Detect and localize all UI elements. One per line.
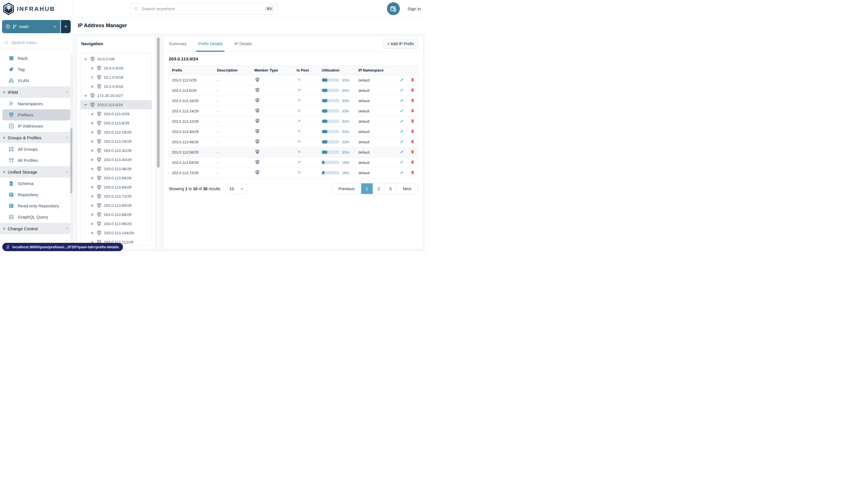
delete-button[interactable] [411, 98, 415, 103]
tree-node-203-0-113-56-29[interactable]: IP203.0.113.56/29 [80, 173, 151, 182]
bullet-circle-icon[interactable] [90, 213, 94, 217]
sidebar-item-tag[interactable]: Tag [2, 64, 70, 75]
bullet-circle-icon[interactable] [90, 121, 94, 125]
sign-in-link[interactable]: Sign in [408, 6, 421, 12]
sidebar-item-read-only-repository[interactable]: Read-only Repository [2, 200, 70, 211]
tree-node-10-2-0-0-16[interactable]: IP10.2.0.0/16 [80, 82, 151, 91]
tree-node-203-0-113-16-29[interactable]: IP203.0.113.16/29 [80, 128, 151, 137]
page-button-3[interactable]: 3 [384, 183, 396, 194]
tree-node-203-0-113-104-29[interactable]: IP203.0.113.104/29 [80, 228, 151, 237]
sidebar-item-all-profiles[interactable]: All Profiles [2, 155, 70, 166]
bullet-circle-icon[interactable] [90, 139, 94, 144]
bullet-circle-icon[interactable] [90, 203, 94, 208]
table-row-203-0-113-56-29[interactable]: 203.0.113.56/29-IP33%default [169, 147, 418, 157]
sidebar-scrollbar-thumb[interactable] [70, 128, 72, 193]
tree-node-203-0-113-8-29[interactable]: IP203.0.113.8/29 [80, 119, 151, 128]
page-size-select[interactable]: 10 [225, 183, 247, 194]
sidebar-item-ip-addresses[interactable]: IPIP Addresses [2, 121, 70, 131]
tree-node-203-0-113-72-29[interactable]: IP203.0.113.72/29 [80, 192, 151, 201]
sidebar-item-graphql-query[interactable]: GraphQL Query [2, 211, 70, 222]
table-row-203-0-113-72-29[interactable]: 203.0.113.72/29-IP16%default [169, 168, 418, 178]
edit-button[interactable] [400, 98, 404, 103]
delete-button[interactable] [411, 88, 415, 93]
tree-node-203-0-113-24-29[interactable]: IP203.0.113.24/29 [80, 137, 151, 146]
tree-node-203-0-113-80-29[interactable]: IP203.0.113.80/29 [80, 201, 151, 210]
table-row-203-0-113-8-29[interactable]: 203.0.113.8/29-IP33%default [169, 85, 418, 95]
tree-node-172-20-20-0-27[interactable]: IP172.20.20.0/27 [80, 91, 151, 100]
global-search[interactable]: ⌘K [130, 3, 277, 14]
tree-node-203-0-113-96-29[interactable]: IP203.0.113.96/29 [80, 219, 151, 228]
tree-node-203-0-113-48-29[interactable]: IP203.0.113.48/29 [80, 164, 151, 173]
tree-node-10-0-0-0-16[interactable]: IP10.0.0.0/16 [80, 64, 151, 73]
table-row-203-0-113-48-29[interactable]: 203.0.113.48/29-IP33%default [169, 137, 418, 147]
bullet-circle-icon[interactable] [90, 66, 94, 70]
add-branch-button[interactable]: + [61, 20, 71, 33]
edit-button[interactable] [400, 170, 404, 175]
bullet-circle-icon[interactable] [90, 112, 94, 116]
bullet-circle-icon[interactable] [90, 185, 94, 190]
tree-node-203-0-113-64-29[interactable]: IP203.0.113.64/29 [80, 182, 151, 192]
bullet-circle-icon[interactable] [90, 167, 94, 171]
delete-button[interactable] [411, 139, 415, 144]
bullet-circle-icon[interactable] [90, 158, 94, 162]
sidebar-item-all-groups[interactable]: All Groups [2, 144, 70, 155]
table-row-203-0-113-0-29[interactable]: 203.0.113.0/29-IP33%default [169, 75, 418, 85]
sidebar-item-vlan[interactable]: VLAN [2, 75, 70, 86]
edit-button[interactable] [400, 139, 404, 144]
page-button-2[interactable]: 2 [373, 183, 384, 194]
edit-button[interactable] [400, 129, 404, 134]
edit-button[interactable] [400, 149, 404, 155]
chevron-down-icon[interactable] [84, 103, 88, 107]
table-row-203-0-113-40-29[interactable]: 203.0.113.40/29-IP33%default [169, 126, 418, 137]
edit-button[interactable] [400, 119, 404, 124]
tab-summary[interactable]: Summary [169, 36, 186, 52]
bullet-circle-icon[interactable] [90, 194, 94, 199]
sidebar-item-repository[interactable]: Repository [2, 189, 70, 200]
bullet-circle-icon[interactable] [90, 148, 94, 153]
table-row-203-0-113-24-29[interactable]: 203.0.113.24/29-IP33%default [169, 106, 418, 116]
time-travel-button[interactable] [387, 2, 400, 15]
logo[interactable]: INFRAHUB [0, 0, 73, 17]
delete-button[interactable] [411, 149, 415, 155]
sidebar-item-rack[interactable]: Rack [2, 53, 70, 64]
tree-node-203-0-113-0-24[interactable]: IP203.0.113.0/24 [80, 100, 151, 109]
tree-node-203-0-113-88-29[interactable]: IP203.0.113.88/29 [80, 210, 151, 219]
page-button-1[interactable]: 1 [361, 183, 373, 194]
bullet-circle-icon[interactable] [90, 130, 94, 134]
delete-button[interactable] [411, 77, 415, 83]
edit-button[interactable] [400, 160, 404, 165]
delete-button[interactable] [411, 129, 415, 134]
global-search-input[interactable] [142, 6, 261, 11]
sidebar-item-prefixes[interactable]: IPPrefixes [2, 109, 70, 121]
add-ip-prefix-button[interactable]: + Add IP Prefix [383, 39, 418, 49]
sidebar-section-unified-storage[interactable]: Unified Storage [0, 166, 73, 178]
bullet-circle-icon[interactable] [84, 93, 88, 98]
next-button[interactable]: Next [396, 183, 418, 194]
delete-button[interactable] [411, 170, 415, 175]
table-row-203-0-113-64-29[interactable]: 203.0.113.64/29-IP16%default [169, 157, 418, 168]
sidebar-item-schema[interactable]: Schema [2, 178, 70, 189]
delete-button[interactable] [411, 160, 415, 165]
chevron-right-icon[interactable] [90, 75, 94, 79]
edit-button[interactable] [400, 88, 404, 93]
edit-button[interactable] [400, 108, 404, 113]
bullet-circle-icon[interactable] [90, 231, 94, 235]
table-row-203-0-113-32-29[interactable]: 203.0.113.32/29-IP33%default [169, 116, 418, 126]
sidebar-section-ipam[interactable]: IPAM [0, 86, 73, 98]
tree-node-203-0-113-0-29[interactable]: IP203.0.113.0/29 [80, 109, 151, 119]
panel-scrollbar-thumb[interactable] [157, 37, 160, 168]
branch-selector[interactable]: main [2, 20, 60, 33]
tab-ip-details[interactable]: IP Details [234, 36, 252, 52]
edit-button[interactable] [400, 77, 404, 83]
bullet-circle-icon[interactable] [90, 222, 94, 226]
previous-button[interactable]: Previous [332, 183, 361, 194]
menu-search-input[interactable] [12, 40, 60, 45]
sidebar-section-change-control[interactable]: Change Control [0, 223, 73, 234]
sidebar-section-groups-profiles[interactable]: Groups & Profiles [0, 132, 73, 143]
delete-button[interactable] [411, 108, 415, 113]
bullet-circle-icon[interactable] [90, 176, 94, 180]
tree-node-203-0-113-32-29[interactable]: IP203.0.113.32/29 [80, 146, 151, 155]
tab-prefix-details[interactable]: Prefix Details [198, 36, 222, 52]
tree-node-10-1-0-0-16[interactable]: IP10.1.0.0/16 [80, 73, 151, 82]
delete-button[interactable] [411, 119, 415, 124]
